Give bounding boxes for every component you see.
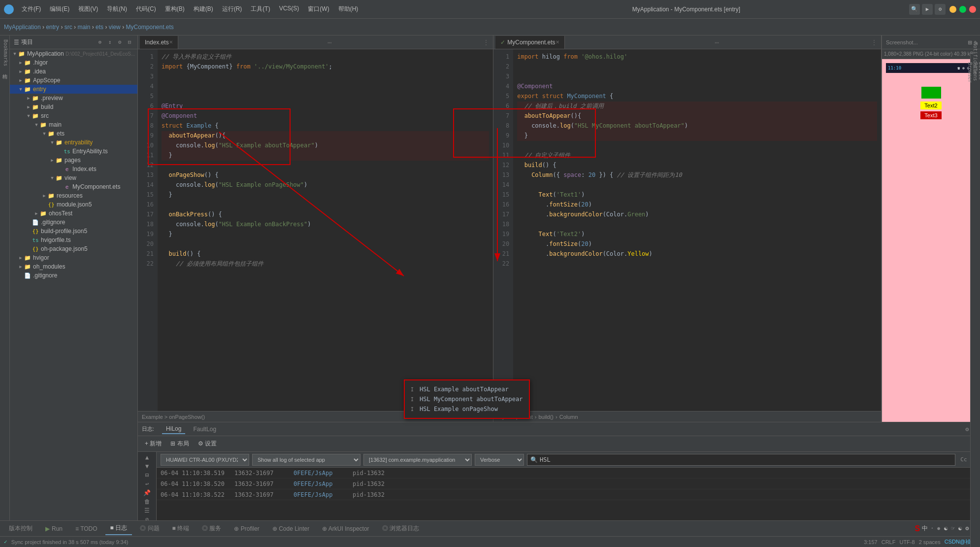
menu-window[interactable]: 窗口(W) <box>304 4 333 14</box>
sidebar-item-entry[interactable]: ▼ 📁 entry <box>10 85 137 94</box>
tab-arkui-inspector[interactable]: ⊕ ArkUI Inspector <box>317 523 374 534</box>
settings-log-btn[interactable]: ⚙ 设置 <box>195 439 220 449</box>
folder-icon: 📁 <box>24 68 32 75</box>
log-level-icon: I <box>411 407 417 412</box>
sidebar-item-resources[interactable]: ▶ 📁 resources <box>10 191 137 200</box>
layout-btn[interactable]: ⊞ 布局 <box>167 439 192 449</box>
menu-file[interactable]: 文件(F) <box>18 4 45 14</box>
log-clear-btn[interactable]: 🗑 <box>142 498 152 505</box>
device-select[interactable]: HUAWEI CTR-AL00 (PXUYD22628020934) <box>161 454 249 466</box>
sidebar-item-gitignore[interactable]: 📄 .gitignore <box>10 218 137 227</box>
sidebar-item-build-profile[interactable]: {} build-profile.json5 <box>10 227 137 236</box>
tab-run[interactable]: ▶ Run <box>40 523 67 534</box>
search-btn[interactable]: 🔍 <box>909 4 920 15</box>
log-pin-btn[interactable]: 📌 <box>142 489 152 496</box>
menu-run[interactable]: 运行(R) <box>218 4 246 14</box>
panel-more-icon[interactable]: ⋮ <box>481 39 491 46</box>
sidebar-item-build[interactable]: ▶ 📁 build <box>10 103 137 111</box>
sidebar-item-pages[interactable]: ▶ 📁 pages <box>10 156 137 165</box>
tab-todo[interactable]: ≡ TODO <box>70 523 102 534</box>
tab-services[interactable]: ◎ 服务 <box>197 522 226 535</box>
index-editor-content[interactable]: 12345 678910 1112131415 1617181920 2122 … <box>138 49 493 411</box>
index-code-content[interactable]: // 导入外界自定义子组件 import {MyComponent} from … <box>158 49 493 411</box>
sidebar-refresh-icon[interactable]: ⊕ <box>96 38 104 46</box>
sidebar-item-preview[interactable]: ▶ 📁 .preview <box>10 94 137 103</box>
process-filter-select[interactable]: [13632] com.example.myapplication <box>363 454 472 466</box>
settings-icon[interactable]: ⚙ <box>935 4 946 15</box>
menu-edit[interactable]: 编辑(E) <box>46 4 73 14</box>
menu-view[interactable]: 视图(V) <box>74 4 102 14</box>
sidebar-item-appscope[interactable]: ▶ 📁 AppScope <box>10 76 137 85</box>
tab-mycomponent-ets[interactable]: ✓ MyComponent.ets ✕ <box>495 36 564 49</box>
sidebar-item-hvigorfile[interactable]: ts hvigorfile.ts <box>10 236 137 244</box>
left-bookmarks-panel: Bookmarks 结构 <box>0 35 10 520</box>
run-btn[interactable]: ▶ <box>922 4 933 15</box>
close-button[interactable] <box>969 6 976 13</box>
sidebar-close-icon[interactable]: ⊟ <box>126 38 133 46</box>
log-table: 06-04 11:10:38.519 13632-31697 0FEFE/JsA… <box>157 468 980 520</box>
sidebar-item-higor[interactable]: ▶ 📁 .higor <box>10 58 137 67</box>
menu-code[interactable]: 代码(C) <box>132 4 160 14</box>
sidebar-item-oh-package[interactable]: {} oh-package.json5 <box>10 244 137 253</box>
log-filters-row: HUAWEI CTR-AL00 (PXUYD22628020934) Show … <box>157 452 980 468</box>
log-down-btn[interactable]: ▼ <box>142 463 152 470</box>
log-filter2-btn[interactable]: ☰ <box>142 507 152 514</box>
cc-btn[interactable]: Cc <box>960 456 967 463</box>
tree-root[interactable]: ▼ 📁 MyApplication D:\002_Project\014_Dev… <box>10 49 137 58</box>
tab-code-linter[interactable]: ⊕ Code Linter <box>267 523 314 534</box>
log-collapse-btn[interactable]: ⊟ <box>142 472 152 479</box>
popup-row-3: I HSL Example onPageShow <box>411 404 523 414</box>
tab-close-icon[interactable]: ✕ <box>555 39 559 45</box>
tab-faultlog[interactable]: FaultLog <box>189 425 220 434</box>
tab-log[interactable]: ■ 日志 <box>105 522 132 535</box>
folder-icon: 📁 <box>47 192 55 200</box>
minimize-button[interactable] <box>949 6 956 13</box>
tab-profiler[interactable]: ⊕ Profiler <box>229 523 264 534</box>
sidebar-item-ohostest[interactable]: ▶ 📁 ohosTest <box>10 209 137 218</box>
sidebar-item-mycomponent[interactable]: e MyComponent.ets <box>10 182 137 191</box>
sidebar-sort-icon[interactable]: ↕ <box>106 38 114 46</box>
menu-build[interactable]: 构建(B) <box>190 4 217 14</box>
sidebar-item-main[interactable]: ▼ 📁 main <box>10 120 137 129</box>
panel-more-icon2[interactable]: ⋮ <box>869 39 879 46</box>
sidebar-item-idea[interactable]: ▶ 📁 .idea <box>10 67 137 76</box>
mycomponent-code-content[interactable]: import hilog from '@ohos.hilog' @Compone… <box>513 49 881 411</box>
log-up-btn[interactable]: ▲ <box>142 454 152 461</box>
sidebar-item-src[interactable]: ▼ 📁 src <box>10 111 137 120</box>
menu-refactor[interactable]: 重构(B) <box>161 4 189 14</box>
sidebar-item-hvigor[interactable]: ▶ 📁 hvigor <box>10 253 137 262</box>
menu-tools[interactable]: 工具(T) <box>247 4 274 14</box>
sidebar-item-entryability-ts[interactable]: ts EntryAbility.ts <box>10 147 137 156</box>
more-tabs-btn[interactable]: ⋯ <box>326 38 333 46</box>
tab-hilog[interactable]: HiLog <box>162 424 185 434</box>
log-search-box[interactable]: 🔍 <box>527 454 955 466</box>
sidebar-settings-icon[interactable]: ⚙ <box>116 38 124 46</box>
log-wrap-btn[interactable]: ↩ <box>142 480 152 487</box>
new-log-btn[interactable]: + 新增 <box>142 439 164 449</box>
log-filter-icon[interactable]: ⊘ <box>142 516 152 520</box>
menu-nav[interactable]: 导航(N) <box>103 4 131 14</box>
more-tabs-btn2[interactable]: ⋯ <box>713 38 721 46</box>
log-search-input[interactable] <box>540 456 952 463</box>
tab-problems[interactable]: ◎ 问题 <box>135 522 164 535</box>
app-filter-select[interactable]: Show all log of selected app <box>252 454 360 466</box>
preview-expand-icon[interactable]: ⊞ <box>968 38 972 46</box>
sidebar-item-module-json[interactable]: {} module.json5 <box>10 200 137 209</box>
level-filter-select[interactable]: Verbose <box>475 454 524 466</box>
sidebar-item-oh-modules[interactable]: ▶ 📁 oh_modules <box>10 262 137 271</box>
sidebar-item-view[interactable]: ▼ 📁 view <box>10 173 137 182</box>
tab-browser-log[interactable]: ◎ 浏览器日志 <box>377 522 424 535</box>
mycomponent-editor-content[interactable]: 12345 678910 1112131415 1617181920 2122 … <box>493 49 881 411</box>
sidebar-item-root-gitignore[interactable]: 📄 .gitignore <box>10 271 137 280</box>
menu-vcs[interactable]: VCS(S) <box>275 4 303 14</box>
sidebar-item-index-ets[interactable]: e Index.ets <box>10 165 137 173</box>
menu-help[interactable]: 帮助(H) <box>334 4 362 14</box>
tab-version-control[interactable]: 版本控制 <box>4 522 37 535</box>
tab-close-icon[interactable]: ✕ <box>169 39 173 45</box>
maximize-button[interactable] <box>959 6 966 13</box>
sidebar-item-ets[interactable]: ▼ 📁 ets <box>10 129 137 138</box>
tab-index-ets[interactable]: Index.ets ✕ <box>140 36 178 49</box>
tab-terminal[interactable]: ■ 终端 <box>167 522 195 535</box>
sidebar-item-entryability[interactable]: ▼ 📁 entryability <box>10 138 137 147</box>
device-file-browser-label[interactable]: Device File Browser <box>972 69 979 76</box>
